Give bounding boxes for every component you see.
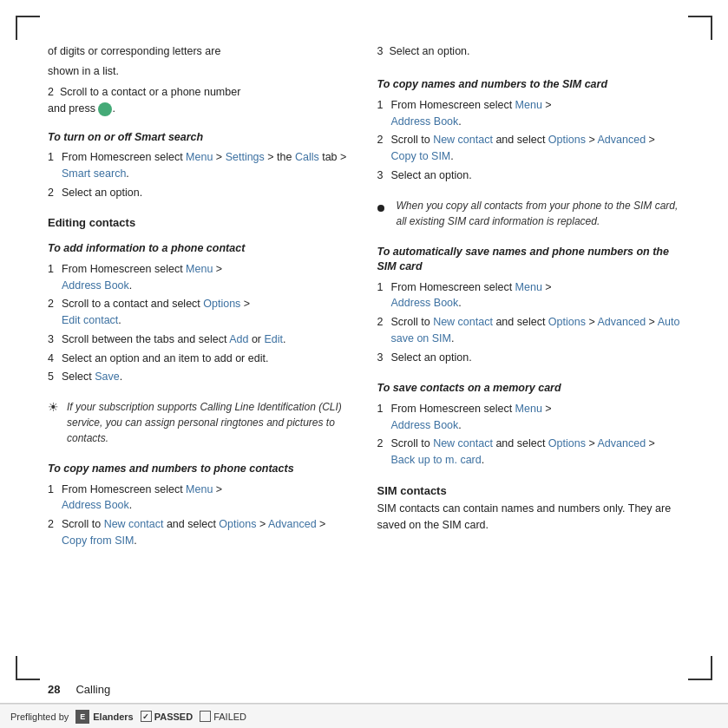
calls-link[interactable]: Calls: [295, 151, 319, 163]
cli-note: ☀ If your subscription supports Calling …: [48, 399, 351, 446]
options-link-3[interactable]: Options: [548, 134, 586, 146]
advanced-link-2[interactable]: Advanced: [598, 134, 646, 146]
auto-save-steps: 1 From Homescreen select Menu >Address B…: [377, 279, 681, 369]
auto-save-step2: 2 Scroll to New contact and select Optio…: [377, 314, 681, 347]
copy-to-phone-step1: 1 From Homescreen select Menu >Address B…: [48, 482, 351, 515]
memory-card-step2: 2 Scroll to New contact and select Optio…: [377, 436, 681, 469]
scroll-step: 2 Scroll to a contact or a phone numbera…: [48, 84, 351, 118]
advanced-link-4[interactable]: Advanced: [598, 437, 646, 449]
corner-mark-bl: [16, 656, 40, 680]
add-info-step1: 1 From Homescreen select Menu >Address B…: [48, 261, 351, 294]
add-info-heading: To add information to a phone contact: [48, 241, 351, 257]
address-book-link-2[interactable]: Address Book: [62, 499, 129, 511]
menu-link-4[interactable]: Menu: [515, 99, 542, 111]
new-contact-link-4[interactable]: New contact: [433, 437, 493, 449]
preflighted-prefix: Preflighted by: [10, 712, 69, 722]
memory-card-heading: To save contacts on a memory card: [377, 381, 681, 397]
passed-checkbox: ✓: [141, 711, 152, 722]
right-intro: 3 Select an option.: [377, 43, 681, 63]
passed-badge: ✓ PASSED: [141, 711, 193, 722]
add-info-step4: 4 Select an option and an item to add or…: [48, 351, 351, 367]
backup-link[interactable]: Back up to m. card: [391, 454, 482, 466]
edit-link[interactable]: Edit: [265, 333, 284, 345]
smart-search-step1: 1 From Homescreen select Menu > Settings…: [48, 149, 351, 182]
copy-to-sim-link[interactable]: Copy to SIM: [391, 150, 451, 162]
add-info-step5: 5 Select Save.: [48, 369, 351, 385]
address-book-link-3[interactable]: Address Book: [391, 115, 459, 128]
content-area: of digits or corresponding letters are s…: [48, 43, 680, 667]
elanders-icon: E: [75, 710, 89, 724]
failed-checkbox: [200, 711, 211, 722]
menu-link-6[interactable]: Menu: [515, 403, 542, 415]
address-book-link-1[interactable]: Address Book: [62, 279, 129, 292]
new-contact-link-2[interactable]: New contact: [433, 134, 493, 146]
memory-card-step1: 1 From Homescreen select Menu >Address B…: [377, 401, 681, 434]
copy-to-sim-step1: 1 From Homescreen select Menu >Address B…: [377, 97, 681, 130]
failed-badge: FAILED: [200, 711, 246, 722]
right-column: 3 Select an option. To copy names and nu…: [377, 43, 681, 667]
smart-search-heading: To turn on or off Smart search: [48, 130, 351, 146]
page-number: 28: [48, 683, 60, 696]
failed-label: FAILED: [213, 712, 246, 722]
auto-save-step3: 3 Select an option.: [377, 350, 681, 366]
sun-note-icon: ☀: [48, 398, 63, 416]
copy-from-sim-link[interactable]: Copy from SIM: [62, 535, 134, 547]
corner-mark-br: [688, 656, 712, 680]
address-book-link-5[interactable]: Address Book: [391, 419, 459, 431]
copy-to-sim-heading: To copy names and numbers to the SIM car…: [377, 77, 681, 93]
memory-card-steps: 1 From Homescreen select Menu >Address B…: [377, 401, 681, 471]
options-link-5[interactable]: Options: [548, 437, 586, 449]
cli-note-text: If your subscription supports Calling Li…: [67, 399, 351, 446]
elanders-logo: E Elanders: [75, 710, 133, 724]
copy-to-phone-step2: 2 Scroll to New contact and select Optio…: [48, 516, 351, 549]
copy-to-phone-heading: To copy names and numbers to phone conta…: [48, 462, 351, 477]
add-info-steps: 1 From Homescreen select Menu >Address B…: [48, 261, 351, 388]
settings-link[interactable]: Settings: [226, 151, 265, 163]
advanced-link-1[interactable]: Advanced: [268, 518, 317, 530]
elanders-brand: Elanders: [93, 712, 133, 722]
bullet-note-icon: [377, 200, 393, 216]
step3-select: 3 Select an option.: [377, 43, 681, 60]
address-book-link-4[interactable]: Address Book: [391, 297, 459, 309]
menu-link-1[interactable]: Menu: [186, 151, 213, 163]
save-link[interactable]: Save: [95, 371, 120, 383]
smart-search-steps: 1 From Homescreen select Menu > Settings…: [48, 149, 351, 203]
add-info-step2: 2 Scroll to a contact and select Options…: [48, 296, 351, 329]
advanced-link-3[interactable]: Advanced: [598, 316, 646, 328]
intro-text: of digits or corresponding letters are s…: [48, 43, 351, 121]
options-link-1[interactable]: Options: [203, 298, 240, 310]
auto-save-step1: 1 From Homescreen select Menu >Address B…: [377, 279, 681, 312]
left-column: of digits or corresponding letters are s…: [48, 43, 351, 667]
corner-mark-tl: [16, 16, 40, 40]
sim-contacts-heading: SIM contacts: [377, 484, 681, 497]
intro-line1: of digits or corresponding letters are: [48, 43, 351, 60]
page-container: of digits or corresponding letters are s…: [0, 0, 728, 728]
intro-line2: shown in a list.: [48, 63, 351, 80]
page-footer: 28 Calling: [48, 676, 680, 702]
edit-contact-link[interactable]: Edit contact: [62, 314, 118, 326]
copy-to-sim-steps: 1 From Homescreen select Menu >Address B…: [377, 97, 681, 187]
smart-search-step2: 2 Select an option.: [48, 185, 351, 201]
options-link-4[interactable]: Options: [548, 316, 586, 328]
editing-contacts-heading: Editing contacts: [48, 216, 351, 229]
copy-to-sim-step3: 3 Select an option.: [377, 167, 681, 184]
auto-save-heading: To automatically save names and phone nu…: [377, 245, 681, 275]
menu-link-2[interactable]: Menu: [186, 263, 213, 275]
copy-to-sim-step2: 2 Scroll to New contact and select Optio…: [377, 132, 681, 165]
corner-mark-tr: [688, 16, 712, 40]
sim-replace-note: When you copy all contacts from your pho…: [377, 198, 681, 229]
preflighted-bar: Preflighted by E Elanders ✓ PASSED FAILE…: [0, 704, 728, 728]
new-contact-link-3[interactable]: New contact: [433, 316, 493, 328]
menu-link-3[interactable]: Menu: [186, 483, 213, 495]
page-label: Calling: [75, 683, 110, 696]
copy-to-phone-steps: 1 From Homescreen select Menu >Address B…: [48, 482, 351, 552]
add-link[interactable]: Add: [229, 333, 248, 345]
add-info-step3: 3 Scroll between the tabs and select Add…: [48, 331, 351, 348]
passed-label: PASSED: [154, 712, 193, 722]
new-contact-link-1[interactable]: New contact: [104, 518, 164, 530]
sim-contacts-text: SIM contacts can contain names and numbe…: [377, 501, 681, 535]
options-link-2[interactable]: Options: [219, 518, 256, 530]
menu-link-5[interactable]: Menu: [515, 281, 542, 293]
smart-search-link[interactable]: Smart search: [62, 167, 126, 180]
sim-replace-text: When you copy all contacts from your pho…: [397, 198, 681, 229]
